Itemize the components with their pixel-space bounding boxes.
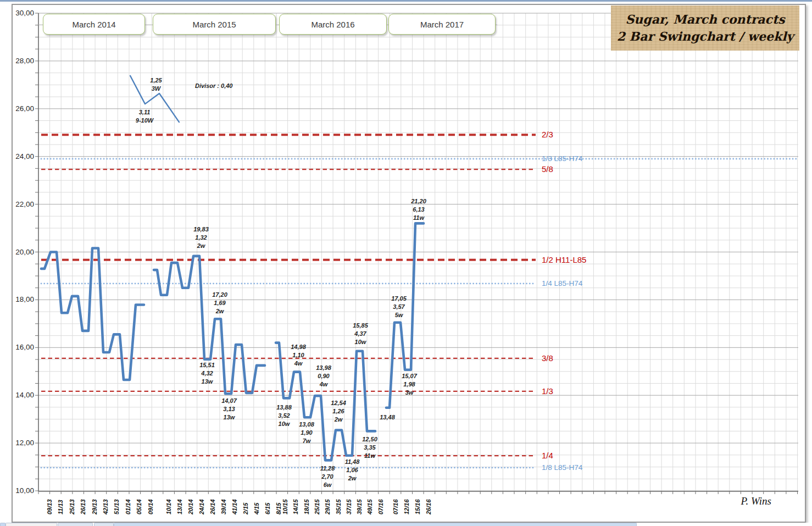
- y-axis-label: 30,00: [9, 9, 34, 18]
- x-axis-label: 39/14: [220, 499, 227, 514]
- sheet-tab-fragment: [94, 523, 114, 526]
- x-axis-label: 15/16: [414, 499, 421, 514]
- x-axis-label: 29/15: [324, 499, 331, 514]
- swing-annotation-line: 1,25: [131, 76, 181, 85]
- x-axis-label: 41/14: [231, 499, 238, 514]
- swing-annotation-line: 12,54: [314, 399, 363, 407]
- refline-label: 1/3: [542, 386, 553, 397]
- x-axis-label: 07/16: [377, 499, 384, 514]
- x-axis-label: 12/16: [403, 499, 410, 514]
- swing-annotation-line: 17,05: [374, 295, 424, 303]
- swing-annotation: 17,053,575w: [374, 295, 424, 319]
- x-axis-label: 14/15: [292, 499, 299, 514]
- contract-box-march-2014: March 2014: [43, 14, 145, 35]
- x-axis-label: 2/15: [242, 503, 249, 514]
- y-axis-label: 20,00: [9, 248, 34, 257]
- refline-label: 3/8: [542, 353, 553, 364]
- refline-label: 1/2 H11-L85: [542, 254, 586, 265]
- x-axis-label: 4/15: [253, 503, 260, 514]
- swing-annotation-line: 4,37: [336, 330, 385, 338]
- swing-annotation-line: 1,90: [282, 429, 331, 437]
- x-axis-label: 07/16: [392, 499, 399, 514]
- x-axis-label: 35/15: [335, 499, 342, 514]
- swing-annotation-line: 1,26: [314, 407, 363, 416]
- swing-annotation: 13,980,904w: [299, 364, 348, 389]
- swing-annotation: 13,48: [363, 413, 412, 422]
- swing-annotation-line: 3,35: [345, 444, 394, 452]
- y-axis-label: 18,00: [9, 295, 34, 304]
- x-axis-label: 25/15: [314, 499, 320, 514]
- swing-annotation-line: 14,98: [274, 343, 323, 351]
- swing-annotation-line: 14,07: [204, 397, 254, 405]
- swing-annotation-line: 21,20: [394, 197, 443, 206]
- x-axis-label: 25/13: [69, 499, 75, 514]
- swing-annotation-line: 7w: [282, 437, 331, 445]
- swing-annotation-line: 13,98: [299, 364, 348, 372]
- x-axis-label: 20/14: [187, 499, 194, 514]
- x-axis-label: 8/15: [275, 503, 282, 514]
- x-axis-label: 09/13: [46, 499, 53, 514]
- spreadsheet-chart-page: 2/31/3 L85-H745/81/2 H11-L851/4 L85-H743…: [0, 0, 812, 526]
- swing-annotation-line: 1,06: [327, 466, 377, 474]
- x-axis-label: 6/15: [264, 503, 271, 514]
- swing-annotation-line: 1,10: [274, 351, 323, 359]
- chart-title-line1: Sugar, March contracts: [625, 11, 785, 28]
- swing-annotation-line: 12,50: [345, 435, 394, 444]
- swing-annotation-line: 10w: [336, 338, 385, 346]
- swing-annotation-line: 19,83: [176, 225, 226, 234]
- x-axis-label: 37/15: [346, 499, 352, 514]
- x-axis-label: 09/14: [147, 499, 154, 514]
- swing-annotation-line: 17,20: [195, 291, 244, 299]
- x-axis-label: 51/13: [113, 499, 120, 514]
- chart-title-line2: 2 Bar Swingchart / weekly: [617, 28, 794, 45]
- swing-annotation-line: 2w: [327, 474, 377, 483]
- swing-annotation-line: 3,13: [204, 405, 254, 413]
- swing-annotation-line: 4,32: [182, 369, 232, 378]
- x-axis-label: 13/14: [176, 499, 183, 514]
- swing-annotation-line: 3,57: [374, 303, 424, 311]
- swing-annotation-line: 13w: [182, 378, 232, 386]
- swing-annotation-line: 5w: [374, 311, 424, 319]
- swing-annotation: 12,503,3511w: [345, 435, 394, 460]
- y-axis-label: 28,00: [9, 57, 34, 65]
- swing-annotation-line: 0,90: [299, 372, 348, 380]
- swing-annotation: 11,481,062w: [327, 458, 377, 483]
- swing-annotation: 13,081,907w: [282, 420, 331, 445]
- swing-annotation-line: 2w: [314, 416, 363, 424]
- swing-line-march-2014: [41, 248, 144, 380]
- swing-annotation: 12,541,262w: [314, 399, 363, 424]
- sheet-bottom-strip: [0, 523, 812, 526]
- swing-annotation-line: 15,85: [336, 322, 385, 330]
- y-axis-label: 22,00: [9, 200, 34, 209]
- swing-annotation-line: 3W: [131, 85, 181, 93]
- swing-annotation-line: 13,48: [363, 413, 412, 422]
- sheet-tab-fragment: [58, 523, 93, 526]
- swing-annotation-line: 3w: [385, 389, 434, 397]
- swing-annotation-line: 11w: [394, 214, 443, 222]
- x-axis-label: 10/15: [282, 499, 288, 514]
- swingchart-canvas: [0, 0, 812, 526]
- author-signature: P. Wins: [721, 495, 771, 507]
- x-axis-label: 24/14: [198, 499, 205, 514]
- y-axis-label: 10,00: [9, 486, 34, 495]
- swing-annotation: 15,854,3710w: [336, 322, 385, 346]
- swing-annotation: 21,206,1311w: [394, 197, 443, 222]
- swing-annotation-line: 15,07: [385, 372, 434, 380]
- swing-annotation: 3,119-10W: [120, 108, 169, 125]
- y-axis-label: 26,00: [9, 104, 34, 113]
- sheet-tab-fragment: [0, 523, 5, 526]
- chart-title-box: Sugar, March contracts 2 Bar Swingchart …: [611, 5, 799, 51]
- x-axis-label: 11/13: [57, 500, 64, 514]
- swing-annotation: 19,831,322w: [176, 225, 226, 250]
- x-axis-label: 26/13: [80, 499, 86, 514]
- contract-box-march-2015: March 2015: [153, 14, 276, 35]
- swing-annotation-line: 3,11: [120, 108, 169, 117]
- refline-label: 1/4: [542, 450, 553, 461]
- refline-label: 1/8 L85-H74: [542, 462, 582, 473]
- refline-label: 2/3: [542, 129, 553, 140]
- swing-annotation-line: 11w: [345, 452, 394, 460]
- swing-annotation-line: 1,32: [176, 234, 226, 242]
- y-axis-label: 16,00: [9, 343, 34, 352]
- x-axis-label: 29/13: [91, 499, 98, 514]
- x-axis-label: 26/14: [209, 499, 216, 514]
